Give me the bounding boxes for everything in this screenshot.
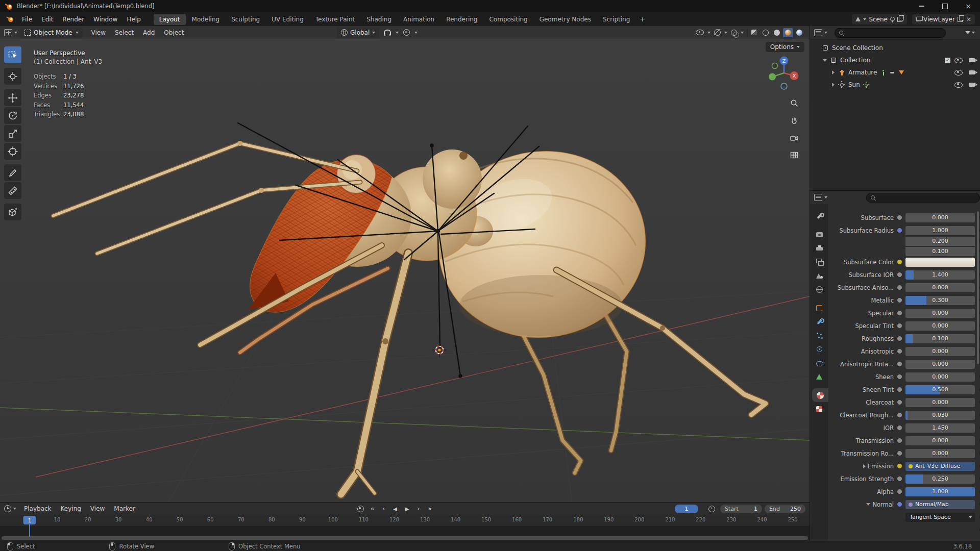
timeline-track[interactable]	[0, 526, 810, 541]
new-scene-icon[interactable]	[897, 17, 902, 22]
prop-field-subsurface-radius[interactable]: 1.000	[905, 226, 975, 235]
tool-annotate[interactable]	[4, 164, 21, 181]
eye-toggle[interactable]	[954, 58, 963, 63]
camera-view-icon[interactable]	[790, 133, 799, 144]
shading-solid-button[interactable]	[772, 28, 782, 37]
timeline-ruler[interactable]: 1102030405060708090100110120130140150160…	[0, 515, 810, 527]
node-socket-dot[interactable]	[897, 463, 902, 469]
eye-toggle[interactable]	[954, 70, 963, 76]
properties-tab-material[interactable]	[812, 388, 828, 402]
viewport-menu-object[interactable]: Object	[159, 28, 188, 38]
zoom-icon[interactable]	[790, 98, 799, 109]
camera-toggle[interactable]	[969, 70, 975, 74]
workspace-tab-animation[interactable]: Animation	[398, 14, 440, 25]
tool-rotate[interactable]	[4, 107, 21, 124]
shading-wireframe-button[interactable]	[761, 28, 771, 37]
remove-viewlayer-icon[interactable]: ×	[966, 16, 971, 22]
scene-browse-chevron[interactable]	[863, 18, 866, 20]
properties-tab-tool[interactable]	[810, 209, 828, 223]
properties-tab-output[interactable]	[810, 241, 828, 255]
properties-editor-type-button[interactable]	[814, 194, 827, 201]
visibility-dropdown-icon[interactable]	[696, 30, 704, 35]
prop-slider-metallic[interactable]: 0.300	[905, 296, 975, 305]
menu-edit[interactable]: Edit	[37, 14, 58, 24]
properties-tab-view-layer[interactable]	[810, 255, 828, 269]
expand-arrow-icon[interactable]	[830, 70, 836, 74]
visibility-chevron[interactable]	[707, 32, 710, 34]
node-socket-dot[interactable]	[897, 412, 902, 418]
prop-texture-normal[interactable]: Normal/Map	[905, 500, 975, 509]
camera-toggle[interactable]	[969, 58, 975, 62]
grid-view-icon[interactable]	[790, 151, 799, 161]
transform-orientation[interactable]: Global	[337, 28, 379, 38]
timeline-menu-view[interactable]: View	[86, 504, 109, 514]
expander-arrow-icon[interactable]	[863, 464, 866, 468]
tool-cursor[interactable]	[4, 68, 21, 85]
properties-tab-object-data[interactable]	[810, 370, 828, 384]
shield-icon[interactable]	[898, 69, 904, 76]
pose-icon[interactable]	[880, 69, 886, 76]
timeline-menu-playback[interactable]: Playback	[19, 504, 56, 514]
xray-toggle[interactable]	[751, 30, 757, 35]
node-socket-dot[interactable]	[897, 228, 902, 233]
play-button[interactable]	[404, 505, 411, 513]
jump-to-start-button[interactable]	[369, 505, 376, 513]
minimize-button[interactable]	[910, 0, 933, 12]
mode-selector[interactable]: Object Mode	[20, 28, 83, 38]
sun-icon[interactable]	[863, 82, 869, 88]
prop-slider-emission-strength[interactable]: 0.250	[905, 474, 975, 484]
timeline-scrollbar[interactable]	[2, 536, 808, 540]
expand-arrow-icon[interactable]	[822, 59, 827, 62]
prop-slider-sheen[interactable]: 0.000	[905, 372, 975, 382]
proportional-options-chevron[interactable]	[414, 32, 418, 34]
prop-slider-specular[interactable]: 0.000	[905, 309, 975, 318]
node-socket-dot[interactable]	[897, 323, 902, 329]
properties-tab-world[interactable]	[810, 283, 828, 296]
node-socket-dot[interactable]	[897, 272, 902, 278]
properties-tab-render[interactable]	[810, 228, 828, 241]
outliner-editor-type-button[interactable]	[814, 29, 827, 36]
scene-name[interactable]: Scene	[869, 16, 888, 23]
workspace-tab-geometry-nodes[interactable]: Geometry Nodes	[534, 14, 597, 25]
maximize-button[interactable]	[933, 0, 957, 12]
shading-material-button[interactable]	[783, 28, 793, 37]
scene-selector[interactable]: Scene	[852, 14, 907, 24]
previous-keyframe-button[interactable]	[381, 505, 386, 513]
prop-field-0-200[interactable]: 0.200	[905, 237, 975, 246]
prop-slider-sheen-tint[interactable]: 0.500	[905, 385, 975, 394]
snap-options-chevron[interactable]	[396, 32, 399, 34]
editor-type-button[interactable]	[4, 29, 17, 36]
gizmos-chevron[interactable]	[724, 32, 727, 34]
workspace-tab-scripting[interactable]: Scripting	[597, 14, 635, 25]
prop-slider-subsurface-ior[interactable]: 1.400	[905, 270, 975, 280]
outliner-search-input[interactable]	[835, 28, 946, 38]
play-reverse-button[interactable]	[391, 505, 399, 513]
prop-slider-anisotropic[interactable]: 0.000	[905, 347, 975, 356]
prop-color-subsurface-color[interactable]	[905, 258, 975, 267]
viewport-menu-select[interactable]: Select	[110, 28, 138, 38]
new-viewlayer-icon[interactable]	[958, 17, 963, 22]
node-socket-dot[interactable]	[897, 348, 902, 354]
titlebar[interactable]: Blender* [F:\Individual\Animated\Temp0.b…	[0, 0, 980, 12]
node-socket-dot[interactable]	[897, 297, 902, 303]
tool-transform[interactable]	[4, 143, 21, 160]
outliner-row-armature[interactable]: Armature	[810, 66, 980, 79]
expander-arrow-icon[interactable]	[866, 503, 870, 506]
node-socket-dot[interactable]	[897, 489, 902, 494]
properties-tab-physics[interactable]	[810, 342, 828, 356]
current-frame-field[interactable]: 1	[675, 505, 698, 513]
node-socket-dot[interactable]	[897, 438, 902, 443]
blender-menu-button[interactable]	[3, 16, 17, 23]
properties-tab-object[interactable]	[810, 301, 828, 315]
workspace-tab-uv-editing[interactable]: UV Editing	[266, 14, 309, 25]
outliner-row-sun[interactable]: Sun	[810, 79, 980, 91]
prop-slider-transmission[interactable]: 0.000	[905, 436, 975, 445]
prop-field-ior[interactable]: 1.450	[905, 423, 975, 433]
playhead-line[interactable]	[29, 524, 30, 537]
workspace-tab-texture-paint[interactable]: Texture Paint	[310, 14, 360, 25]
prop-slider-anisotropic-rota[interactable]: 0.000	[905, 360, 975, 369]
workspace-tab-shading[interactable]: Shading	[361, 14, 397, 25]
properties-tab-scene[interactable]	[810, 269, 828, 283]
bone-icon[interactable]	[889, 69, 895, 76]
pan-hand-icon[interactable]	[790, 116, 799, 127]
